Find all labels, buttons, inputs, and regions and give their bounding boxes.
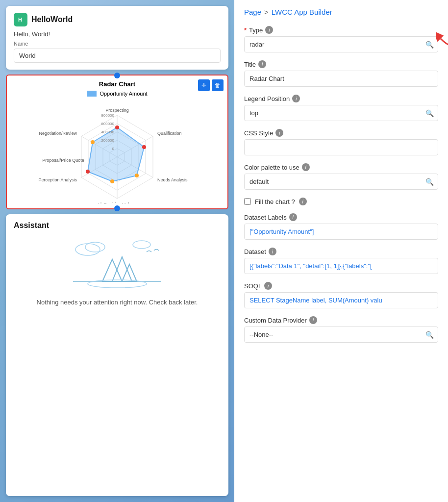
fill-chart-checkbox-group: Fill the chart ? i: [244, 198, 438, 205]
radar-chart-title: Radar Chart: [12, 80, 223, 88]
custom-data-provider-info-icon[interactable]: i: [309, 316, 317, 324]
helloworld-title: HelloWorld: [31, 15, 73, 24]
left-panel: H HelloWorld Hello, World! Name ✛ 🗑 Rada…: [0, 0, 234, 502]
type-input-wrapper: 🔍: [244, 36, 438, 52]
dataset-labels-label: Dataset Labels i: [244, 213, 438, 221]
svg-text:Qualification: Qualification: [157, 131, 182, 136]
css-style-form-group: CSS Style i: [244, 129, 438, 155]
title-info-icon[interactable]: i: [258, 60, 266, 68]
color-palette-label-text: Color palette to use: [244, 164, 299, 171]
delete-icon[interactable]: 🗑: [212, 79, 224, 91]
color-palette-search-icon[interactable]: 🔍: [422, 178, 438, 186]
color-palette-info-icon[interactable]: i: [302, 163, 310, 171]
radar-top-handle[interactable]: [114, 73, 120, 78]
custom-data-provider-search-icon[interactable]: 🔍: [422, 331, 438, 339]
fill-chart-label: Fill the chart ?: [255, 198, 295, 205]
custom-data-provider-label-text: Custom Data Provider: [244, 317, 307, 324]
css-style-input-wrapper: [244, 139, 438, 155]
svg-text:H: H: [18, 17, 22, 23]
legend-position-form-group: Legend Position i 🔍: [244, 95, 438, 121]
assistant-title: Assistant: [14, 221, 49, 230]
svg-marker-37: [122, 264, 137, 281]
svg-text:200000: 200000: [101, 138, 114, 143]
color-palette-input-wrapper: 🔍: [244, 174, 438, 190]
color-palette-form-group: Color palette to use i 🔍: [244, 163, 438, 190]
dataset-form-group: Dataset i: [244, 248, 438, 274]
type-field-wrapper: 🔍: [244, 36, 438, 52]
svg-text:Perception Analysis: Perception Analysis: [38, 177, 77, 182]
type-search-icon[interactable]: 🔍: [422, 41, 438, 49]
soql-info-icon[interactable]: i: [264, 282, 272, 290]
radar-chart-svg: Prospecting Qualification Needs Analysis…: [34, 100, 200, 203]
radar-bottom-handle[interactable]: [114, 205, 120, 211]
breadcrumb-separator: >: [264, 8, 269, 16]
hw-name-input[interactable]: [14, 49, 221, 63]
svg-point-34: [133, 241, 150, 249]
title-label-text: Title: [244, 61, 256, 68]
radar-card-actions: ✛ 🗑: [198, 79, 224, 91]
svg-point-17: [110, 179, 114, 183]
svg-marker-35: [102, 259, 122, 281]
color-palette-input[interactable]: [245, 174, 422, 189]
hw-logo-icon: H: [14, 13, 27, 26]
legend-color-box: [87, 91, 97, 97]
legend-position-label-text: Legend Position: [244, 95, 290, 102]
radar-svg-container: Prospecting Qualification Needs Analysis…: [12, 100, 223, 203]
breadcrumb-page[interactable]: Page: [244, 8, 261, 16]
soql-input[interactable]: [244, 292, 438, 308]
dataset-labels-input[interactable]: [244, 224, 438, 240]
breadcrumb: Page > LWCC App Builder: [244, 8, 438, 16]
legend-position-info-icon[interactable]: i: [292, 95, 300, 102]
dataset-info-icon[interactable]: i: [269, 248, 276, 255]
css-style-label: CSS Style i: [244, 129, 438, 137]
custom-data-provider-input-wrapper: 🔍: [244, 326, 438, 343]
svg-point-16: [135, 174, 139, 177]
radar-chart-card: ✛ 🗑 Radar Chart Opportunity Amount: [6, 75, 228, 209]
fill-chart-form-group: Fill the chart ? i: [244, 198, 438, 205]
dataset-labels-form-group: Dataset Labels i: [244, 213, 438, 240]
hw-name-label: Name: [14, 41, 221, 47]
svg-text:400000: 400000: [101, 130, 114, 134]
custom-data-provider-label: Custom Data Provider i: [244, 316, 438, 324]
title-form-group: Title i: [244, 60, 438, 87]
dataset-label-text: Dataset: [244, 248, 266, 255]
svg-point-18: [86, 170, 90, 174]
svg-text:Prospecting: Prospecting: [105, 108, 129, 113]
color-palette-label: Color palette to use i: [244, 163, 438, 171]
svg-text:600000: 600000: [101, 122, 114, 126]
assistant-message: Nothing needs your attention right now. …: [14, 299, 221, 306]
svg-text:Needs Analysis: Needs Analysis: [157, 177, 188, 182]
required-indicator: *: [244, 26, 247, 34]
move-icon[interactable]: ✛: [198, 79, 210, 91]
assistant-svg: [63, 235, 171, 294]
fill-chart-info-icon[interactable]: i: [299, 198, 307, 205]
legend-label: Opportunity Amount: [100, 91, 147, 97]
css-style-input[interactable]: [245, 140, 438, 155]
type-label: * Type i: [244, 26, 438, 34]
legend-position-search-icon[interactable]: 🔍: [422, 109, 438, 117]
hw-header: H HelloWorld: [14, 13, 221, 26]
svg-point-32: [75, 244, 100, 255]
svg-text:Proposal/Price Quote: Proposal/Price Quote: [42, 158, 84, 163]
radar-legend: Opportunity Amount: [12, 91, 223, 97]
dataset-labels-info-icon[interactable]: i: [289, 213, 297, 221]
svg-text:Negotiation/Review: Negotiation/Review: [39, 131, 77, 136]
type-input[interactable]: [245, 37, 422, 52]
fill-chart-checkbox[interactable]: [244, 198, 251, 205]
helloworld-card: H HelloWorld Hello, World! Name: [6, 6, 228, 70]
custom-data-provider-input[interactable]: [245, 327, 422, 342]
soql-label-text: SOQL: [244, 282, 262, 290]
svg-text:800000: 800000: [101, 113, 114, 118]
dataset-input[interactable]: [244, 258, 438, 274]
legend-position-input[interactable]: [245, 105, 422, 121]
css-style-label-text: CSS Style: [244, 129, 273, 137]
legend-position-input-wrapper: 🔍: [244, 105, 438, 121]
svg-point-15: [142, 145, 146, 149]
svg-marker-36: [112, 257, 132, 281]
type-info-icon[interactable]: i: [265, 26, 273, 34]
legend-position-label: Legend Position i: [244, 95, 438, 102]
title-input[interactable]: [245, 71, 438, 86]
title-input-wrapper: [244, 71, 438, 87]
css-style-info-icon[interactable]: i: [275, 129, 283, 137]
svg-text:0: 0: [112, 147, 115, 151]
